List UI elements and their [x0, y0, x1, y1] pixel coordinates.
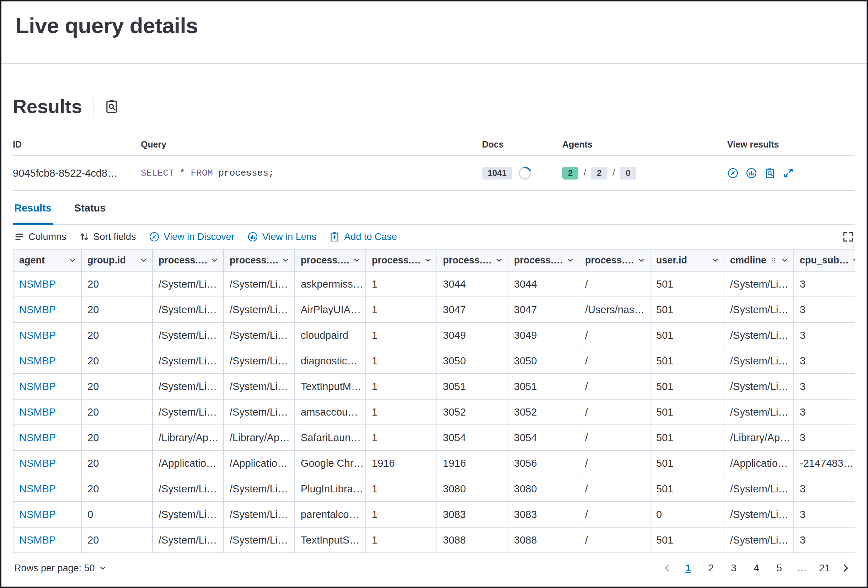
grid-cell-process-col-5: 3054 [437, 425, 508, 451]
grid-cell-cpu-subtype: 3 [794, 425, 855, 451]
grid-cell-process-col-4: 1 [366, 502, 437, 527]
view-in-discover-icon[interactable] [727, 167, 739, 179]
agent-link[interactable]: NSMBP [13, 476, 82, 502]
chevron-down-icon [139, 256, 148, 264]
grid-cell-process-col-5: 3080 [437, 476, 508, 502]
pagination-page-2[interactable]: 2 [701, 561, 721, 575]
grid-column-header-process-col-4[interactable]: process.… [366, 250, 437, 272]
inspect-result-icon[interactable] [764, 167, 776, 179]
fullscreen-button[interactable] [842, 231, 854, 242]
table-row: NSMBP20/System/Li…/System/Li…AirPlayUIA…… [13, 297, 855, 323]
grid-cell-process-col-2: /Library/Ap… [224, 425, 295, 451]
view-in-lens-icon[interactable] [746, 167, 757, 179]
grid-cell-process-col-7: /Users/nas… [579, 297, 651, 323]
view-in-discover-link[interactable]: View in Discover [149, 232, 235, 242]
inspect-button[interactable] [104, 99, 119, 114]
grid-column-header-cpu-subtype[interactable]: cpu_sub… [794, 250, 855, 272]
grid-cell-process-col-7: / [579, 323, 651, 349]
grid-cell-user-id: 501 [651, 451, 725, 476]
loading-spinner [517, 165, 534, 182]
grid-cell-cmdline: /Library/Ap… [725, 425, 794, 451]
grid-column-header-process-col-3[interactable]: process.… [295, 250, 366, 272]
discover-icon [149, 232, 159, 242]
agent-link[interactable]: NSMBP [13, 425, 82, 451]
grid-cell-cpu-subtype: 3 [794, 374, 855, 400]
grid-cell-process-col-1: /Library/Ap… [153, 425, 224, 451]
grid-column-header-process-col-1[interactable]: process.… [153, 250, 224, 272]
tab-status[interactable]: Status [73, 201, 107, 224]
grid-column-header-cmdline[interactable]: cmdline [725, 250, 794, 272]
grid-cell-process-col-6: 3050 [508, 349, 579, 374]
pagination-page-3[interactable]: 3 [724, 561, 744, 575]
grid-cell-process-col-1: /System/Li… [153, 502, 224, 527]
view-in-lens-link[interactable]: View in Lens [247, 232, 317, 242]
grid-cell-process-col-5: 3049 [437, 323, 508, 349]
grid-cell-cpu-subtype: 3 [794, 297, 855, 323]
grid-cell-cpu-subtype: 3 [794, 502, 855, 527]
table-row: NSMBP20/Library/Ap…/Library/Ap…SafariLau… [13, 425, 855, 451]
agent-link[interactable]: NSMBP [13, 451, 82, 476]
sort-fields-label: Sort fields [93, 232, 136, 242]
grid-cell-process-col-4: 1 [366, 297, 437, 323]
pagination-page-1[interactable]: 1 [678, 561, 698, 575]
agent-link[interactable]: NSMBP [13, 527, 82, 553]
grid-cell-cpu-subtype: 3 [794, 272, 855, 297]
grid-column-header-agent[interactable]: agent [13, 250, 82, 272]
summary-header-agents: Agents [562, 134, 727, 156]
pagination-previous-button[interactable] [659, 563, 675, 573]
agent-link[interactable]: NSMBP [13, 272, 82, 297]
grid-cell-cmdline: /System/Li… [725, 349, 794, 374]
columns-button[interactable]: Columns [14, 232, 66, 242]
pagination-page-4[interactable]: 4 [747, 561, 766, 575]
grid-cell-process-col-6: 3056 [508, 451, 579, 476]
grid-cell-user-id: 501 [651, 272, 725, 297]
grid-cell-cmdline: /System/Li… [725, 323, 794, 349]
agents-cell: 2 / 2 / 0 [562, 156, 727, 191]
rows-per-page-button[interactable]: Rows per page: 50 [14, 563, 107, 574]
grid-cell-group-id: 20 [82, 400, 153, 425]
column-header-label: process.… [230, 255, 279, 266]
grid-cell-process-col-6: 3049 [508, 323, 579, 349]
open-details-icon[interactable] [783, 167, 794, 179]
summary-header-query: Query [141, 134, 482, 156]
grid-cell-group-id: 0 [82, 502, 153, 527]
grid-cell-process-col-5: 3051 [437, 374, 508, 400]
grid-column-header-process-col-5[interactable]: process.… [437, 250, 508, 272]
grid-cell-cmdline: /System/Li… [725, 374, 794, 400]
pagination-page-21[interactable]: 21 [815, 561, 835, 575]
agents-separator: / [613, 167, 615, 179]
agent-link[interactable]: NSMBP [13, 349, 82, 374]
query-summary-table: ID Query Docs Agents View results 9045fc… [13, 134, 855, 191]
fullscreen-icon [842, 231, 854, 242]
query-sql-cell: SELECT * FROM processes; [141, 156, 482, 191]
pagination-page-5[interactable]: 5 [769, 561, 789, 575]
grid-column-header-user-id[interactable]: user.id [651, 250, 725, 272]
agent-link[interactable]: NSMBP [13, 502, 82, 527]
grid-cell-process-col-5: 3052 [437, 400, 508, 425]
pagination-next-button[interactable] [837, 563, 854, 573]
agent-link[interactable]: NSMBP [13, 323, 82, 349]
grid-cell-process-col-1: /Applicatio… [153, 451, 224, 476]
grid-cell-cmdline: /System/Li… [725, 476, 794, 502]
column-header-label: process.… [301, 255, 350, 266]
table-row: NSMBP20/Applicatio…/Applicatio…Google Ch… [13, 451, 855, 476]
vertical-divider [93, 97, 93, 115]
agent-link[interactable]: NSMBP [13, 400, 82, 425]
grid-cell-process-col-3: TextInputS… [295, 527, 366, 553]
grid-column-header-process-col-6[interactable]: process.… [508, 250, 579, 272]
chevron-down-icon [637, 256, 645, 264]
add-to-case-link[interactable]: Add to Case [329, 232, 397, 242]
grid-cell-process-col-7: / [579, 349, 651, 374]
column-header-label: group.id [87, 255, 136, 266]
grid-column-header-process-col-2[interactable]: process.… [224, 250, 295, 272]
agent-link[interactable]: NSMBP [13, 297, 82, 323]
grid-cell-process-col-6: 3083 [508, 502, 579, 527]
grid-column-header-group-id[interactable]: group.id [82, 250, 153, 272]
sort-fields-button[interactable]: Sort fields [79, 232, 136, 242]
tab-results[interactable]: Results [13, 201, 53, 225]
grid-column-header-process-col-7[interactable]: process.… [579, 250, 651, 272]
results-section-header: Results [13, 95, 855, 117]
grid-cell-process-col-2: /System/Li… [224, 374, 295, 400]
chevron-down-icon [781, 256, 789, 264]
agent-link[interactable]: NSMBP [13, 374, 82, 400]
